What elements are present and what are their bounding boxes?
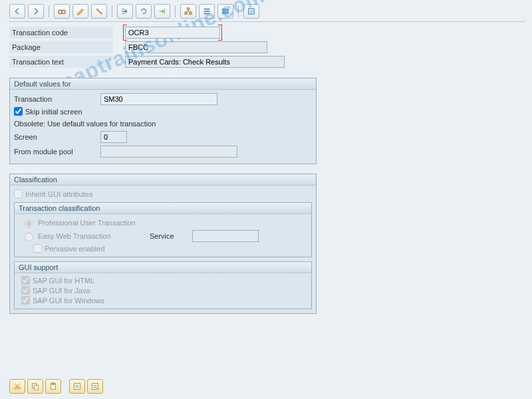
module-pool-label: From module pool xyxy=(14,148,100,156)
screen-input[interactable] xyxy=(100,131,127,143)
default-transaction-label: Transaction xyxy=(14,95,100,103)
transaction-text-input[interactable] xyxy=(125,56,285,68)
separator xyxy=(49,5,49,17)
transaction-text-row: Transaction text xyxy=(9,55,525,68)
svg-rect-4 xyxy=(185,13,188,15)
stacked-arrows-icon xyxy=(120,7,130,16)
hierarchy-button[interactable] xyxy=(180,4,196,19)
pervasive-checkbox[interactable]: Pervasive enabled xyxy=(33,244,305,253)
package-input[interactable] xyxy=(125,41,267,53)
inherit-gui-input xyxy=(14,190,23,198)
scissors-icon xyxy=(13,382,22,391)
separator xyxy=(238,5,239,17)
professional-user-input xyxy=(25,219,33,228)
list-icon xyxy=(202,7,211,16)
change-object-button[interactable] xyxy=(72,4,88,19)
svg-rect-13 xyxy=(34,385,38,390)
obsolete-note: Obsolete: Use default values for transac… xyxy=(14,120,312,128)
gui-html-label: SAP GUI for HTML xyxy=(33,277,94,285)
redo-button[interactable] xyxy=(87,379,103,394)
undo-button[interactable] xyxy=(69,379,85,394)
gui-windows-label: SAP GUI for Windows xyxy=(33,297,104,305)
gui-html-checkbox[interactable]: SAP GUI for HTML xyxy=(21,276,305,285)
skip-initial-screen-checkbox[interactable]: Skip initial screen xyxy=(14,107,312,116)
gui-windows-checkbox[interactable]: SAP GUI for Windows xyxy=(21,296,305,305)
gui-java-checkbox[interactable]: SAP GUI for Java xyxy=(21,286,305,295)
stack-icon xyxy=(221,7,230,16)
easy-web-input xyxy=(25,233,33,241)
arrow-left-icon xyxy=(13,7,22,16)
sap-transaction-screen: saptrainsonline.com xyxy=(0,0,532,399)
pencil-icon xyxy=(76,7,85,16)
display-object-button[interactable] xyxy=(54,4,70,19)
arrow-right-icon xyxy=(31,7,41,16)
easy-web-label: Easy Web Transaction xyxy=(38,232,147,240)
separator xyxy=(175,5,176,17)
glasses-icon xyxy=(57,7,66,16)
bottom-toolbar xyxy=(9,379,103,394)
exit-arrow-icon xyxy=(158,7,167,16)
spiral-arrow-icon xyxy=(139,7,148,16)
back-button[interactable] xyxy=(9,4,25,19)
transaction-code-field-wrapper xyxy=(125,27,220,39)
paste-icon xyxy=(49,382,58,391)
transaction-classification-title: Transaction classification xyxy=(15,203,311,214)
transaction-classification-panel: Transaction classification Professional … xyxy=(14,202,312,257)
default-values-title: Default values for xyxy=(10,78,316,90)
svg-point-1 xyxy=(62,10,65,13)
default-transaction-input[interactable] xyxy=(100,93,217,105)
pervasive-input xyxy=(33,244,42,253)
default-transaction-row: Transaction xyxy=(14,92,312,106)
professional-user-radio[interactable]: Professional User Transaction xyxy=(21,217,305,228)
transaction-code-label: Transaction code xyxy=(9,27,113,39)
separator xyxy=(112,5,112,17)
skip-initial-screen-input[interactable] xyxy=(14,107,23,116)
enhance-button[interactable] xyxy=(136,4,152,19)
gui-support-title: GUI support xyxy=(15,262,311,273)
documentation-button[interactable]: i xyxy=(243,4,259,19)
pervasive-label: Pervasive enabled xyxy=(45,245,105,253)
hierarchy-icon xyxy=(184,7,193,16)
gui-java-label: SAP GUI for Java xyxy=(33,287,90,295)
svg-rect-6 xyxy=(223,9,229,11)
gui-support-panel: GUI support SAP GUI for HTML SAP GUI for… xyxy=(14,261,312,309)
navigation-stack-button[interactable] xyxy=(217,4,233,19)
default-values-panel: Default values for Transaction Skip init… xyxy=(9,78,317,164)
service-input xyxy=(192,230,259,242)
application-toolbar: i xyxy=(9,4,525,22)
inherit-gui-label: Inherit GUI attributes xyxy=(25,190,93,198)
activate-button[interactable] xyxy=(91,4,107,19)
gui-windows-input xyxy=(21,296,30,305)
copy-button[interactable] xyxy=(27,379,43,394)
svg-rect-15 xyxy=(52,383,55,385)
svg-rect-5 xyxy=(190,13,192,15)
module-pool-input[interactable] xyxy=(100,146,237,158)
gui-html-input xyxy=(21,276,30,285)
info-icon: i xyxy=(247,7,256,16)
redo-list-icon xyxy=(90,382,100,391)
cut-button[interactable] xyxy=(9,379,25,394)
where-used-button[interactable] xyxy=(154,4,170,19)
matchstick-icon xyxy=(94,7,104,16)
inherit-gui-checkbox[interactable]: Inherit GUI attributes xyxy=(14,190,312,198)
svg-point-0 xyxy=(59,10,62,13)
package-row: Package xyxy=(9,41,525,54)
paste-button[interactable] xyxy=(45,379,61,394)
object-list-button[interactable] xyxy=(199,4,215,19)
undo-list-icon xyxy=(72,382,82,391)
professional-user-label: Professional User Transaction xyxy=(38,219,136,227)
transaction-text-label: Transaction text xyxy=(9,56,113,68)
svg-rect-3 xyxy=(187,8,190,10)
classification-panel: Classification Inherit GUI attributes Tr… xyxy=(9,174,317,314)
svg-rect-7 xyxy=(223,12,229,14)
transaction-code-input[interactable] xyxy=(125,27,220,39)
other-object-button[interactable] xyxy=(117,4,133,19)
transaction-code-row: Transaction code xyxy=(9,26,525,39)
module-pool-row: From module pool xyxy=(14,145,312,158)
screen-label: Screen xyxy=(14,133,100,141)
gui-java-input xyxy=(21,286,30,295)
classification-title: Classification xyxy=(10,174,316,186)
package-label: Package xyxy=(9,41,113,53)
forward-button[interactable] xyxy=(28,4,44,19)
svg-text:i: i xyxy=(251,9,252,15)
